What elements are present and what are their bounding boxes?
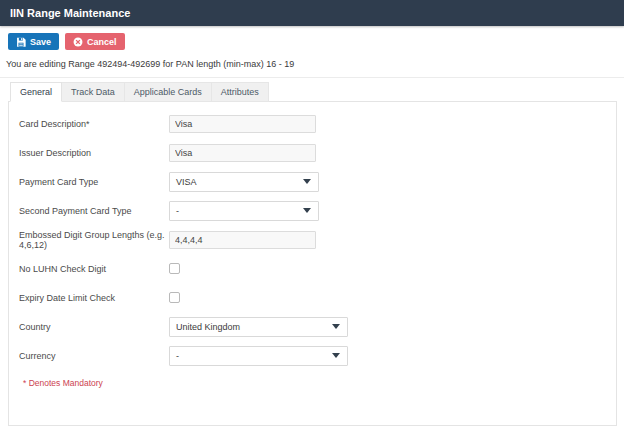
chevron-down-icon <box>332 353 340 358</box>
cancel-button-label: Cancel <box>87 37 117 47</box>
form-row-card-description: Card Description* <box>9 109 616 138</box>
save-button-label: Save <box>30 37 51 47</box>
tab-track-data[interactable]: Track Data <box>62 82 125 102</box>
card-description-input[interactable] <box>169 115 316 133</box>
embossed-digit-group-lengths-input[interactable] <box>169 231 316 249</box>
no-luhn-check-digit-checkbox[interactable] <box>169 263 180 274</box>
currency-label: Currency <box>9 351 169 361</box>
payment-card-type-selected-value: VISA <box>176 177 197 187</box>
form-row-payment-card-type: Payment Card TypeVISA <box>9 167 616 196</box>
card-description-label: Card Description* <box>9 119 169 129</box>
currency-selected-value: - <box>176 351 179 361</box>
floppy-disk-icon <box>16 37 26 47</box>
currency-select[interactable]: - <box>169 346 348 366</box>
issuer-description-label: Issuer Description <box>9 148 169 158</box>
country-select[interactable]: United Kingdom <box>169 317 348 337</box>
tab-general[interactable]: General <box>10 82 62 102</box>
second-payment-card-type-select[interactable]: - <box>169 201 319 221</box>
payment-card-type-select[interactable]: VISA <box>169 172 319 192</box>
chevron-down-icon <box>303 179 311 184</box>
payment-card-type-label: Payment Card Type <box>9 177 169 187</box>
country-selected-value: United Kingdom <box>176 322 240 332</box>
editing-range-info: You are editing Range 492494-492699 for … <box>6 59 624 69</box>
form-row-embossed-digit-group-lengths: Embossed Digit Group Lengths (e.g. 4,6,1… <box>9 225 616 254</box>
toolbar: Save Cancel <box>8 33 624 50</box>
issuer-description-input[interactable] <box>169 144 316 162</box>
country-label: Country <box>9 322 169 332</box>
embossed-digit-group-lengths-label: Embossed Digit Group Lengths (e.g. 4,6,1… <box>9 230 169 250</box>
form-row-country: CountryUnited Kingdom <box>9 312 616 341</box>
cancel-button[interactable]: Cancel <box>65 33 125 50</box>
second-payment-card-type-label: Second Payment Card Type <box>9 206 169 216</box>
form-row-no-luhn-check-digit: No LUHN Check Digit <box>9 254 616 283</box>
save-button[interactable]: Save <box>8 33 59 50</box>
chevron-down-icon <box>332 324 340 329</box>
circle-x-icon <box>73 37 83 47</box>
form-row-currency: Currency- <box>9 341 616 370</box>
page-title: IIN Range Maintenance <box>0 0 624 26</box>
second-payment-card-type-selected-value: - <box>176 206 179 216</box>
no-luhn-check-digit-label: No LUHN Check Digit <box>9 264 169 274</box>
mandatory-footnote: * Denotes Mandatory <box>23 378 616 388</box>
expiry-date-limit-check-label: Expiry Date Limit Check <box>9 293 169 303</box>
chevron-down-icon <box>303 208 311 213</box>
tab-applicable-cards[interactable]: Applicable Cards <box>125 82 212 102</box>
form-row-second-payment-card-type: Second Payment Card Type- <box>9 196 616 225</box>
form-row-issuer-description: Issuer Description <box>9 138 616 167</box>
tab-attributes[interactable]: Attributes <box>212 82 269 102</box>
expiry-date-limit-check-checkbox[interactable] <box>169 292 180 303</box>
form-fields: Card Description*Issuer DescriptionPayme… <box>9 109 616 370</box>
form-row-expiry-date-limit-check: Expiry Date Limit Check <box>9 283 616 312</box>
general-tab-panel: Card Description*Issuer DescriptionPayme… <box>8 101 617 426</box>
divider <box>0 77 624 78</box>
tab-bar: GeneralTrack DataApplicable CardsAttribu… <box>10 82 624 102</box>
